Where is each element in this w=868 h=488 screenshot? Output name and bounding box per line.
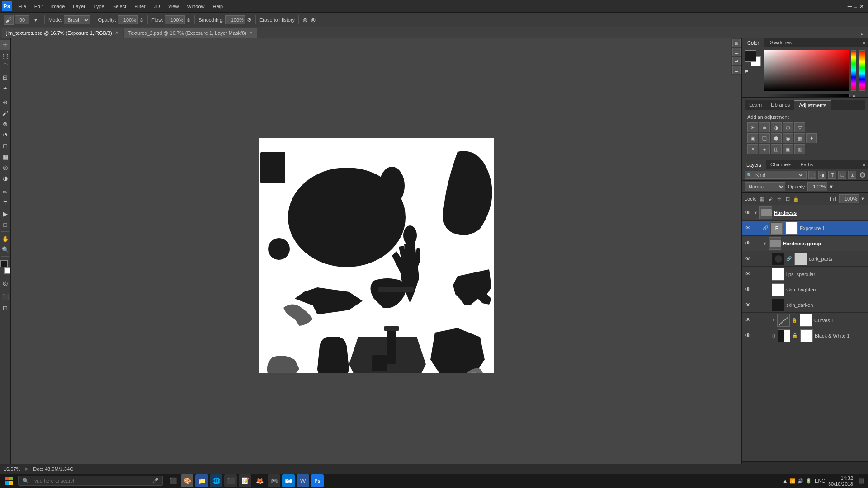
path-select-tool[interactable]: ▶ xyxy=(0,209,10,219)
collapse-btn-4[interactable]: ☰ xyxy=(732,66,741,74)
menu-help[interactable]: Help xyxy=(209,3,227,10)
minimize-button[interactable]: ─ xyxy=(848,3,852,10)
adj-panel-menu[interactable]: ≡ xyxy=(857,100,865,110)
canvas-area[interactable] xyxy=(11,38,741,474)
opacity-stepper-icon[interactable]: ▼ xyxy=(829,184,834,189)
flow-input[interactable] xyxy=(165,15,185,24)
clock[interactable]: 14:32 30/10/2018 xyxy=(828,475,853,487)
lock-transparency-icon[interactable]: ▦ xyxy=(758,195,765,202)
skin-darken-layer[interactable]: 👁 skin_darken xyxy=(742,297,868,313)
lips-specular-layer[interactable]: 👁 lips_specular xyxy=(742,267,868,282)
paths-tab[interactable]: Paths xyxy=(796,160,818,169)
menu-image[interactable]: Image xyxy=(47,3,69,10)
bw1-layer[interactable]: 👁 ◑ 🔒 Black & White 1 xyxy=(742,328,868,343)
exposure1-eye-icon[interactable]: 👁 xyxy=(744,224,752,232)
adj-hsl-icon[interactable]: ▣ xyxy=(747,133,758,143)
hand-tool[interactable]: ✋ xyxy=(0,234,10,244)
eyedropper-tool[interactable]: ✦ xyxy=(0,83,10,93)
color-panel-menu[interactable]: ≡ xyxy=(860,38,868,47)
crop-tool[interactable]: ⊞ xyxy=(0,72,10,82)
kind-select[interactable]: Kind xyxy=(754,172,804,178)
collapse-btn-2[interactable]: ☰ xyxy=(732,48,741,56)
hardness-group-inner-layer[interactable]: 👁 ▼ Hardness group xyxy=(742,236,868,251)
tab-jim-textures-close[interactable]: ✕ xyxy=(115,30,118,35)
background-color-swatch[interactable] xyxy=(4,267,10,274)
skin-brighten-layer[interactable]: 👁 skin_brighten xyxy=(742,282,868,297)
battery-icon[interactable]: 🔋 xyxy=(806,478,812,484)
zoom-tool[interactable]: 🔍 xyxy=(0,244,10,254)
filter-type-btn[interactable]: T xyxy=(828,171,836,179)
libraries-tab[interactable]: Libraries xyxy=(766,100,794,110)
lasso-tool[interactable]: ⌒ xyxy=(0,61,10,71)
notepad-icon[interactable]: 📝 xyxy=(239,474,251,487)
expand-tray-icon[interactable]: ▲ xyxy=(783,478,788,483)
adj-invert-icon[interactable]: ✕ xyxy=(747,144,758,154)
filter-adj-btn[interactable]: ◑ xyxy=(818,171,826,179)
history-brush-tool[interactable]: ↺ xyxy=(0,130,10,140)
shape-tool[interactable]: □ xyxy=(0,220,10,230)
brush-tool-icon[interactable]: 🖌 xyxy=(4,15,14,25)
adj-posterize-icon[interactable]: ◈ xyxy=(759,144,770,154)
layers-panel-menu[interactable]: ≡ xyxy=(860,160,868,169)
lock-artboard-icon[interactable]: ⊡ xyxy=(784,195,791,202)
network-icon[interactable]: 📶 xyxy=(789,478,796,484)
maya-icon[interactable]: 🌐 xyxy=(210,474,222,487)
tab-textures2-close[interactable]: ✕ xyxy=(249,30,253,35)
clone-tool[interactable]: ⊗ xyxy=(0,119,10,129)
opacity-input[interactable] xyxy=(118,15,138,24)
volume-icon[interactable]: 🔊 xyxy=(797,478,804,484)
blend-mode-select[interactable]: Normal xyxy=(745,182,785,191)
curves1-layer[interactable]: 👁 ✦ 🔒 Curves 1 xyxy=(742,313,868,328)
close-button[interactable]: ✕ xyxy=(859,3,864,10)
adj-bw-icon[interactable]: ⬢ xyxy=(771,133,782,143)
foreground-color-swatch[interactable] xyxy=(0,260,8,267)
hardness-eye-icon[interactable]: 👁 xyxy=(744,209,752,217)
adj-vibrance-icon[interactable]: ▽ xyxy=(794,122,805,132)
mail-icon[interactable]: 📧 xyxy=(282,474,295,487)
photoshop-taskbar-icon[interactable]: Ps xyxy=(311,474,324,487)
fg-color-box[interactable] xyxy=(745,50,756,62)
screen-mode-tool[interactable]: ⬛ xyxy=(0,292,10,302)
gradient-tool[interactable]: ▦ xyxy=(0,151,10,161)
swap-colors-icon[interactable]: ⇄ xyxy=(745,69,761,74)
skin-brighten-eye-icon[interactable]: 👁 xyxy=(744,286,752,294)
hardness-arrow-icon[interactable]: ▼ xyxy=(754,211,758,215)
quick-mask-tool[interactable]: ◎ xyxy=(0,278,10,288)
selection-tool[interactable]: ⬚ xyxy=(0,51,10,61)
show-desktop-btn[interactable]: ⬛ xyxy=(856,478,864,484)
lock-all-icon[interactable]: 🔒 xyxy=(793,195,800,202)
dodge-tool[interactable]: ◑ xyxy=(0,173,10,183)
fill-value-input[interactable] xyxy=(839,194,859,203)
lock-position-icon[interactable]: ✛ xyxy=(775,195,783,202)
start-button[interactable] xyxy=(2,474,16,487)
file-explorer-icon[interactable]: 📁 xyxy=(195,474,208,487)
adjustments-tab[interactable]: Adjustments xyxy=(794,100,831,110)
dark-parts-eye-icon[interactable]: 👁 xyxy=(744,255,752,263)
tablet-pressure-icon[interactable]: ⊗ xyxy=(311,16,316,23)
menu-select[interactable]: Select xyxy=(109,3,130,10)
color-gradient-field[interactable] xyxy=(764,50,849,91)
menu-window[interactable]: Window xyxy=(183,3,208,10)
taskview-icon[interactable]: ⬛ xyxy=(166,474,179,487)
lock-image-icon[interactable]: 🖌 xyxy=(767,195,774,202)
lips-specular-eye-icon[interactable]: 👁 xyxy=(744,270,752,278)
adj-gradient-icon[interactable]: ▣ xyxy=(783,144,793,154)
menu-3d[interactable]: 3D xyxy=(150,3,164,10)
hardness-inner-eye-icon[interactable]: 👁 xyxy=(744,239,752,248)
hardness-inner-arrow-icon[interactable]: ▼ xyxy=(763,241,767,246)
brush-preset-icon[interactable]: ▼ xyxy=(31,15,41,25)
artboard-tool[interactable]: ⊡ xyxy=(0,303,10,313)
opacity-value-input[interactable] xyxy=(807,182,827,191)
taskbar-mic-icon[interactable]: 🎤 xyxy=(152,478,159,484)
unity-icon[interactable]: 🎮 xyxy=(268,474,280,487)
word-icon[interactable]: W xyxy=(297,474,309,487)
smoothing-input[interactable] xyxy=(225,15,245,24)
smoothing-settings-icon[interactable]: ⚙ xyxy=(247,17,252,23)
adj-colorbalance-icon[interactable]: ❑ xyxy=(759,133,770,143)
adj-colorlookup-icon[interactable]: ✦ xyxy=(806,133,817,143)
taskbar-search-box[interactable]: 🔍 🎤 xyxy=(18,476,163,486)
color-spectrum-bar[interactable] xyxy=(851,50,856,91)
curves1-eye-icon[interactable]: 👁 xyxy=(744,316,752,324)
blender-icon[interactable]: 🎨 xyxy=(181,474,193,487)
adj-channelmixer-icon[interactable]: ▦ xyxy=(794,133,805,143)
